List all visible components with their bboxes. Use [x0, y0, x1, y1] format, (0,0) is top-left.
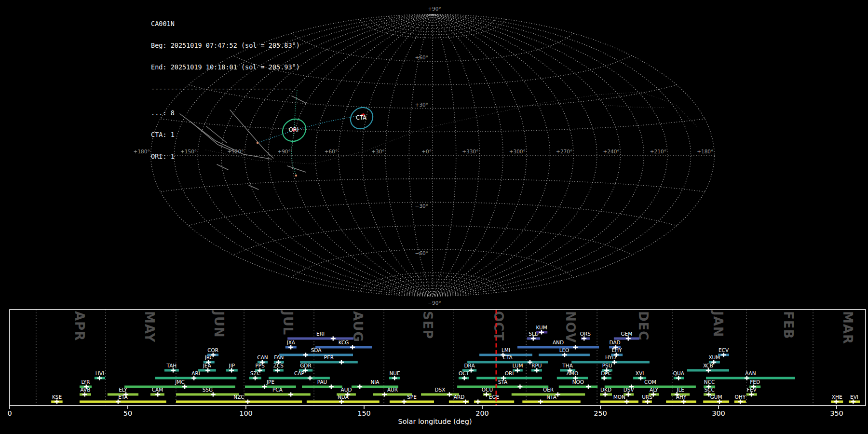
peak-cross-icon	[638, 376, 643, 380]
peak-cross-icon	[463, 400, 468, 404]
shower-code-label: TAH	[166, 363, 177, 368]
shower-code-label: AND	[553, 339, 564, 345]
axis-tick-label: 0	[7, 409, 12, 417]
shower-activity-bar	[571, 361, 650, 364]
shower-activity-bar	[666, 401, 696, 403]
peak-cross-icon	[288, 393, 293, 397]
radiant-label: CTA	[356, 114, 366, 121]
peak-cross-icon	[573, 345, 578, 350]
peak-cross-icon	[182, 385, 187, 389]
shower-code-label: NZC	[233, 394, 244, 400]
shower-code-label: COR	[207, 347, 218, 353]
x-axis-title: Solar longitude (deg)	[398, 418, 472, 425]
shower-code-label: AUD	[341, 387, 352, 393]
shower-activity-bar	[512, 393, 585, 396]
shower-activity-bar	[476, 377, 542, 380]
peak-cross-icon	[350, 345, 355, 350]
peak-cross-icon	[402, 400, 407, 404]
shower-code-label: FED	[750, 379, 760, 385]
shower-code-label: ALY	[650, 387, 659, 393]
shower-activity-bar	[279, 354, 353, 356]
peak-cross-icon	[329, 385, 334, 389]
peak-cross-icon	[538, 400, 543, 404]
equator-longitude-label: +180°	[134, 149, 150, 154]
peak-cross-icon	[624, 400, 629, 404]
shower-code-label: SCC	[704, 387, 714, 393]
shower-code-label: LYR	[81, 379, 90, 385]
parallel-line	[379, 17, 487, 31]
shower-code-label: AHY	[676, 394, 687, 400]
axis-tick-label: 350	[830, 409, 843, 417]
shower-code-label: AUR	[387, 387, 398, 393]
peak-cross-icon	[531, 337, 536, 341]
meteor-station-plot: ORICTA +180°+150°+120°+90°+60°+30°+0°+33…	[0, 0, 868, 434]
shower-code-label: PCA	[272, 387, 283, 393]
shower-code-label: THA	[562, 363, 573, 368]
timeline-shower-bars: KSELYRAVBHVIELYETACAMTAHJMCARISSGJRCJEAC…	[51, 325, 860, 404]
faint-curve	[606, 105, 664, 108]
peak-cross-icon	[155, 393, 160, 397]
peak-cross-icon	[392, 376, 397, 380]
count-cta: CTA: 1	[151, 131, 300, 138]
shower-code-label: SSG	[203, 387, 213, 393]
parallel-line	[161, 179, 705, 192]
peak-cross-icon	[749, 393, 754, 397]
peak-cross-icon	[676, 376, 681, 380]
shower-activity-bar	[176, 401, 302, 403]
peak-cross-icon	[308, 376, 312, 380]
peak-cross-icon	[116, 400, 121, 404]
peak-cross-icon	[469, 368, 474, 373]
shower-code-label: SPE	[407, 394, 417, 400]
shower-code-label: HVI	[95, 370, 104, 376]
shower-code-label: KUM	[536, 325, 547, 330]
month-label: MAY	[142, 311, 157, 343]
peak-cross-icon	[331, 337, 336, 341]
parallel-line	[408, 15, 457, 22]
separator-line: ------------------------------------	[151, 85, 300, 93]
shower-code-label: NOO	[572, 379, 584, 385]
trail-endpoint-dot	[295, 175, 297, 176]
shower-activity-bar	[300, 361, 358, 364]
shower-activity-bar	[302, 386, 342, 388]
peak-cross-icon	[738, 400, 743, 404]
shower-code-label: ECV	[719, 347, 729, 353]
month-label: SEP	[420, 311, 435, 339]
peak-cross-icon	[721, 353, 726, 357]
shower-code-label: OHY	[735, 394, 746, 400]
shower-code-label: RPU	[531, 363, 542, 368]
equator-longitude-label: +0°	[421, 149, 432, 154]
equator-longitude-label: +330°	[462, 149, 478, 154]
peak-cross-icon	[303, 353, 308, 357]
latitude-label: −30°	[415, 203, 428, 209]
begin-time: Beg: 20251019 07:47:52 (sol = 205.83°)	[151, 42, 300, 49]
month-label: APR	[72, 311, 87, 341]
shower-activity-bar	[703, 401, 729, 403]
parallel-line	[408, 288, 457, 296]
peak-cross-icon	[54, 400, 59, 404]
shower-code-label: GUM	[710, 394, 722, 400]
month-label: DEC	[636, 311, 651, 340]
peak-cross-icon	[534, 368, 539, 373]
shower-code-label: STA	[498, 379, 508, 385]
month-label: JAN	[711, 310, 725, 338]
shower-activity-bar	[390, 401, 434, 403]
shower-code-label: PAU	[317, 379, 327, 385]
month-label: FEB	[781, 311, 796, 339]
timeline-axis: Solar longitude (deg) 050100150200250300…	[7, 406, 843, 425]
month-label: JUL	[281, 310, 295, 335]
peak-cross-icon	[517, 385, 522, 389]
shower-activity-bar	[176, 393, 239, 396]
peak-cross-icon	[645, 400, 650, 404]
shower-activity-bar	[373, 393, 412, 396]
axis-tick-label: 100	[239, 409, 253, 417]
shower-code-label: ERI	[316, 331, 325, 337]
peak-cross-icon	[851, 400, 855, 404]
plot-canvas: ORICTA +180°+150°+120°+90°+60°+30°+0°+33…	[0, 0, 868, 434]
shower-activity-bar	[522, 401, 581, 403]
peak-cross-icon	[275, 368, 280, 373]
peak-cross-icon	[706, 368, 711, 373]
peak-cross-icon	[339, 400, 344, 404]
parallel-line	[292, 33, 573, 61]
shower-code-label: EVI	[850, 394, 858, 400]
axis-tick-label: 250	[594, 409, 607, 417]
